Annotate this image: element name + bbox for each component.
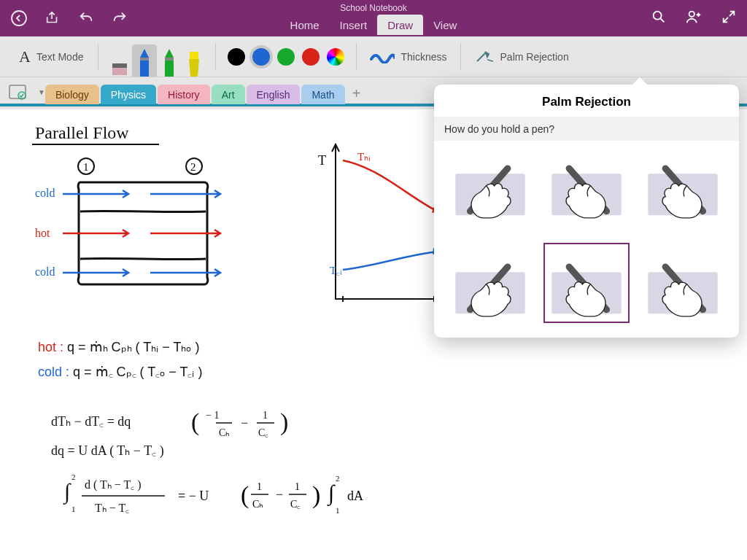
svg-text:−  1: − 1 [206, 410, 219, 421]
svg-text:2: 2 [336, 474, 340, 483]
svg-marker-5 [140, 49, 149, 77]
svg-text:T꜀ᵢ: T꜀ᵢ [330, 265, 342, 276]
add-section-button[interactable]: + [347, 85, 367, 104]
text-mode-button[interactable]: A Text Mode [9, 36, 93, 77]
svg-rect-3 [112, 68, 127, 75]
svg-rect-9 [190, 52, 198, 59]
svg-text:C꜀: C꜀ [258, 427, 268, 438]
svg-text:−: − [276, 487, 283, 502]
tab-home[interactable]: Home [280, 15, 330, 35]
swatch-black[interactable] [228, 48, 245, 66]
svg-text:1: 1 [71, 505, 76, 513]
svg-text:cold: cold [35, 187, 55, 199]
svg-text:2: 2 [71, 472, 76, 481]
text-mode-icon: A [19, 47, 31, 66]
palm-pose-option[interactable] [640, 152, 726, 233]
palm-pose-option[interactable] [640, 243, 726, 323]
swatch-red[interactable] [302, 48, 320, 66]
svg-text:cold: cold [35, 265, 55, 278]
svg-text:∫: ∫ [327, 481, 336, 507]
palm-icon [476, 50, 495, 64]
svg-text:∫: ∫ [63, 479, 71, 505]
undo-button[interactable] [77, 9, 95, 27]
section-tab-math[interactable]: Math [301, 85, 344, 104]
back-button[interactable] [10, 9, 28, 27]
svg-text:cold :   q =  ṁ꜀ Cₚ꜀  ( T꜀ₒ − : cold : q = ṁ꜀ Cₚ꜀ ( T꜀ₒ − T꜀ᵢ ) [38, 365, 202, 379]
svg-text:=   − U: = − U [178, 489, 209, 503]
svg-text:1: 1 [83, 161, 89, 173]
svg-text:hot: hot [35, 227, 50, 239]
svg-text:T: T [318, 153, 326, 168]
color-swatches [220, 48, 352, 66]
svg-text:hot :   q =  ṁₕ Cₚₕ  ( Tₕᵢ − T: hot : q = ṁₕ Cₚₕ ( Tₕᵢ − Tₕₒ ) [38, 340, 199, 354]
palm-pose-option[interactable] [543, 152, 630, 233]
svg-text:(: ( [241, 481, 249, 509]
svg-text:d ( Tₕ − T꜀ ): d ( Tₕ − T꜀ ) [85, 478, 142, 491]
svg-rect-6 [140, 58, 149, 61]
ink-title: Parallel Flow [35, 123, 129, 142]
share-icon[interactable] [44, 9, 61, 27]
tab-view[interactable]: View [423, 15, 467, 35]
thickness-icon [370, 50, 395, 63]
svg-text:2: 2 [190, 161, 196, 173]
highlighter-yellow[interactable] [182, 44, 206, 77]
thickness-button[interactable]: Thickness [361, 50, 455, 63]
svg-text:Tₕ − T꜀: Tₕ − T꜀ [95, 502, 129, 514]
svg-text:dq   =   U dA ( Tₕ  −  T꜀ ): dq = U dA ( Tₕ − T꜀ ) [51, 443, 164, 459]
draw-ribbon: A Text Mode Thickness Palm Rejection [0, 36, 747, 77]
svg-marker-10 [189, 59, 199, 77]
search-icon[interactable] [651, 9, 667, 28]
svg-text:−: − [241, 416, 248, 430]
chevron-down-icon[interactable]: ▼ [38, 88, 45, 96]
svg-text:Cₕ: Cₕ [219, 427, 230, 438]
popover-title: Palm Rejection [434, 85, 739, 117]
popover-prompt: How do you hold a pen? [434, 117, 739, 141]
palm-pose-option[interactable] [543, 243, 630, 323]
svg-text:dTₕ  −  dT꜀   =   dq: dTₕ − dT꜀ = dq [51, 414, 131, 429]
swatch-blue[interactable] [252, 48, 270, 66]
section-tab-physics[interactable]: Physics [101, 85, 156, 104]
tab-draw[interactable]: Draw [377, 15, 423, 35]
svg-rect-4 [112, 63, 127, 68]
pen-blue[interactable] [132, 44, 157, 77]
svg-text:1: 1 [336, 506, 340, 515]
section-tab-english[interactable]: English [247, 85, 301, 104]
svg-text:1: 1 [295, 481, 300, 492]
svg-point-0 [12, 11, 26, 26]
svg-marker-7 [165, 49, 174, 77]
palm-pose-option[interactable] [447, 152, 533, 233]
section-tab-biology[interactable]: Biology [45, 85, 99, 104]
svg-text:Cₕ: Cₕ [252, 499, 263, 510]
menu-tabs: Home Insert Draw View [280, 15, 468, 35]
title-bar: School Notebook Home Insert Draw View [0, 0, 747, 36]
notebook-title[interactable]: School Notebook [340, 3, 406, 13]
svg-text:1: 1 [257, 481, 262, 492]
pen-green[interactable] [157, 44, 182, 77]
tab-insert[interactable]: Insert [330, 15, 378, 35]
svg-text:1: 1 [263, 410, 268, 421]
add-person-icon[interactable] [686, 9, 702, 28]
svg-point-1 [654, 12, 662, 20]
svg-point-2 [689, 12, 694, 17]
pen-tools [103, 36, 211, 77]
palm-rejection-button[interactable]: Palm Rejection [465, 50, 579, 64]
swatch-picker[interactable] [327, 48, 344, 66]
svg-text:(: ( [191, 408, 199, 436]
svg-text:): ) [280, 408, 288, 436]
svg-text:C꜀: C꜀ [290, 499, 301, 510]
palm-rejection-popover: Palm Rejection How do you hold a pen? [434, 85, 739, 338]
svg-rect-8 [165, 58, 174, 61]
redo-button[interactable] [111, 9, 128, 27]
swatch-green[interactable] [277, 48, 295, 66]
section-tab-art[interactable]: Art [212, 85, 245, 104]
svg-text:): ) [312, 481, 320, 509]
svg-text:dA: dA [347, 489, 363, 503]
notebook-picker[interactable] [6, 82, 32, 102]
fullscreen-icon[interactable] [721, 9, 737, 28]
eraser-tool[interactable] [107, 44, 132, 77]
palm-pose-option[interactable] [447, 243, 533, 323]
svg-text:Tₕᵢ: Tₕᵢ [357, 151, 371, 163]
section-tab-history[interactable]: History [158, 85, 210, 104]
